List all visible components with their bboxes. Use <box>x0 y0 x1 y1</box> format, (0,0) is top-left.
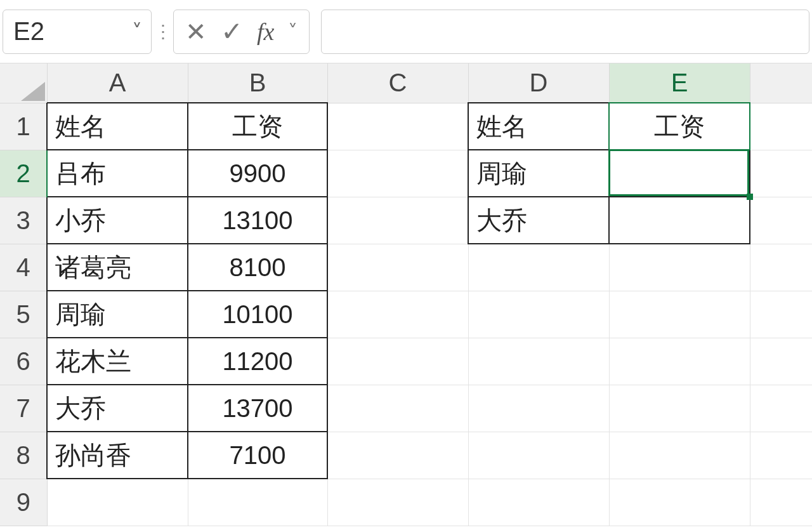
cell-E7[interactable] <box>609 385 750 432</box>
cell-C8[interactable] <box>327 432 468 479</box>
row-header-5[interactable]: 5 <box>0 291 47 338</box>
col-header-C[interactable]: C <box>327 63 468 103</box>
cell-blank[interactable] <box>750 244 812 291</box>
cell-D1[interactable]: 姓名 <box>468 103 609 150</box>
row-header-9[interactable]: 9 <box>0 479 47 526</box>
accept-icon[interactable]: ✓ <box>221 16 243 47</box>
formula-bar: E2 ˅ ⋮ ✕ ✓ fx ˅ <box>0 0 812 63</box>
fx-label[interactable]: fx <box>257 18 274 46</box>
row-header-2[interactable]: 2 <box>0 150 47 197</box>
cell-D6[interactable] <box>468 338 609 385</box>
cell-blank[interactable] <box>750 338 812 385</box>
cell-E4[interactable] <box>609 244 750 291</box>
name-box[interactable]: E2 ˅ <box>3 10 152 54</box>
cell-B5[interactable]: 10100 <box>188 291 327 338</box>
cell-C1[interactable] <box>327 103 468 150</box>
cell-C4[interactable] <box>327 244 468 291</box>
cell-blank[interactable] <box>750 103 812 150</box>
cell-blank[interactable] <box>750 291 812 338</box>
cell-C6[interactable] <box>327 338 468 385</box>
cell-A5[interactable]: 周瑜 <box>47 291 188 338</box>
cell-D4[interactable] <box>468 244 609 291</box>
name-box-cell-ref: E2 <box>13 17 132 46</box>
cell-C5[interactable] <box>327 291 468 338</box>
row-header-7[interactable]: 7 <box>0 385 47 432</box>
table-row: 5 周瑜 10100 <box>0 291 812 338</box>
cell-E2[interactable] <box>609 150 750 197</box>
formula-input[interactable] <box>321 10 809 54</box>
table-row: 1 姓名 工资 姓名 工资 <box>0 103 812 150</box>
row-header-4[interactable]: 4 <box>0 244 47 291</box>
cell-B1[interactable]: 工资 <box>188 103 327 150</box>
cell-A3[interactable]: 小乔 <box>47 197 188 244</box>
cell-blank[interactable] <box>750 479 812 526</box>
row-header-6[interactable]: 6 <box>0 338 47 385</box>
table-row: 9 <box>0 479 812 526</box>
cell-B3[interactable]: 13100 <box>188 197 327 244</box>
cell-B6[interactable]: 11200 <box>188 338 327 385</box>
select-all-corner[interactable] <box>0 63 47 103</box>
table-row: 6 花木兰 11200 <box>0 338 812 385</box>
cell-E5[interactable] <box>609 291 750 338</box>
chevron-down-icon[interactable]: ˅ <box>288 20 298 43</box>
cell-D9[interactable] <box>468 479 609 526</box>
separator-dots-icon: ⋮ <box>152 21 173 42</box>
col-header-D[interactable]: D <box>468 63 609 103</box>
cell-E8[interactable] <box>609 432 750 479</box>
table-row: 4 诸葛亮 8100 <box>0 244 812 291</box>
cell-A2[interactable]: 吕布 <box>47 150 188 197</box>
col-header-A[interactable]: A <box>47 63 188 103</box>
column-header-row: A B C D E <box>0 63 812 103</box>
cell-D5[interactable] <box>468 291 609 338</box>
cell-blank[interactable] <box>750 197 812 244</box>
cell-C2[interactable] <box>327 150 468 197</box>
cell-blank[interactable] <box>750 150 812 197</box>
cancel-icon[interactable]: ✕ <box>185 17 207 46</box>
cell-E1[interactable]: 工资 <box>609 103 750 150</box>
cell-B7[interactable]: 13700 <box>188 385 327 432</box>
cell-blank[interactable] <box>750 432 812 479</box>
cell-B9[interactable] <box>188 479 327 526</box>
col-header-blank[interactable] <box>750 63 812 103</box>
cell-C7[interactable] <box>327 385 468 432</box>
cell-D3[interactable]: 大乔 <box>468 197 609 244</box>
cell-B4[interactable]: 8100 <box>188 244 327 291</box>
cell-blank[interactable] <box>750 385 812 432</box>
cell-C9[interactable] <box>327 479 468 526</box>
cell-B2[interactable]: 9900 <box>188 150 327 197</box>
chevron-down-icon[interactable]: ˅ <box>132 20 142 44</box>
col-header-E[interactable]: E <box>609 63 750 103</box>
cell-A7[interactable]: 大乔 <box>47 385 188 432</box>
cell-B8[interactable]: 7100 <box>188 432 327 479</box>
table-row: 2 吕布 9900 周瑜 <box>0 150 812 197</box>
table-row: 8 孙尚香 7100 <box>0 432 812 479</box>
cell-D2[interactable]: 周瑜 <box>468 150 609 197</box>
cell-C3[interactable] <box>327 197 468 244</box>
cell-A6[interactable]: 花木兰 <box>47 338 188 385</box>
row-header-1[interactable]: 1 <box>0 103 47 150</box>
cell-D8[interactable] <box>468 432 609 479</box>
row-header-3[interactable]: 3 <box>0 197 47 244</box>
table-row: 7 大乔 13700 <box>0 385 812 432</box>
spreadsheet-grid: A B C D E 1 姓名 工资 姓名 工资 2 吕布 9900 周瑜 <box>0 63 812 526</box>
row-header-8[interactable]: 8 <box>0 432 47 479</box>
col-header-B[interactable]: B <box>188 63 327 103</box>
cell-A9[interactable] <box>47 479 188 526</box>
cell-E9[interactable] <box>609 479 750 526</box>
cell-A8[interactable]: 孙尚香 <box>47 432 188 479</box>
table-row: 3 小乔 13100 大乔 <box>0 197 812 244</box>
fx-controls: ✕ ✓ fx ˅ <box>173 10 310 54</box>
cell-A1[interactable]: 姓名 <box>47 103 188 150</box>
cell-E6[interactable] <box>609 338 750 385</box>
cell-E3[interactable] <box>609 197 750 244</box>
cell-A4[interactable]: 诸葛亮 <box>47 244 188 291</box>
cell-D7[interactable] <box>468 385 609 432</box>
